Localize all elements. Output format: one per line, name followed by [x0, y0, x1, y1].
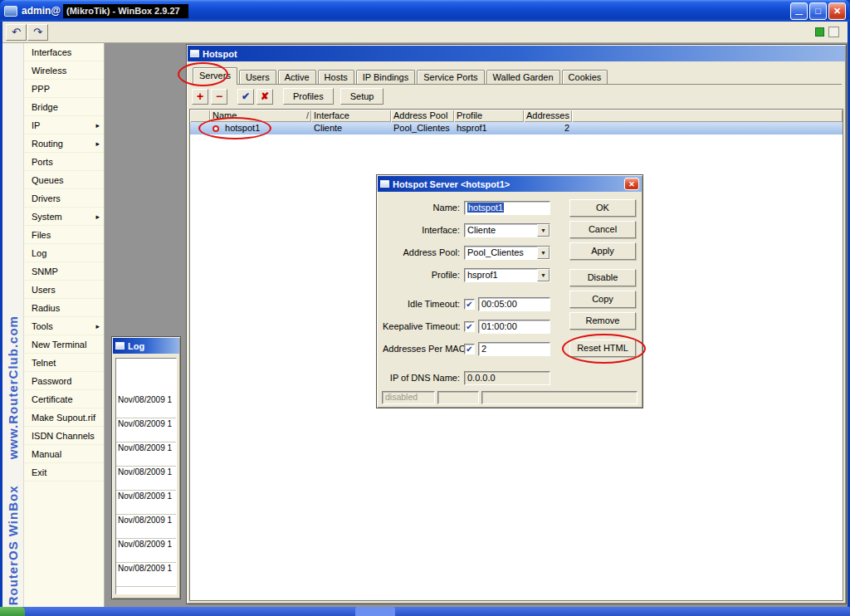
remove-button[interactable]: Remove [569, 312, 636, 330]
sidebar-item[interactable]: Files [24, 226, 104, 244]
hotspot-window-titlebar[interactable]: Hotspot [188, 46, 845, 61]
log-entry[interactable]: Nov/08/2009 1 [116, 515, 176, 539]
ip-of-dns-field[interactable]: 0.0.0.0 [464, 371, 550, 385]
sidebar-item[interactable]: Manual [24, 445, 104, 463]
tab-servers[interactable]: Servers [193, 67, 237, 85]
profile-select[interactable]: hsprof1 ▼ [464, 268, 550, 282]
profiles-button[interactable]: Profiles [283, 88, 334, 105]
sidebar-item-label: Interfaces [32, 47, 71, 57]
apply-button[interactable]: Apply [569, 242, 636, 260]
sidebar-item[interactable]: PPP [24, 80, 104, 98]
sidebar-item[interactable]: SNMP [24, 262, 104, 281]
column-header-flags[interactable] [190, 110, 210, 122]
sidebar-item[interactable]: New Terminal [24, 335, 104, 354]
add-button[interactable]: + [192, 89, 208, 105]
sidebar-item[interactable]: Ports [24, 153, 104, 171]
enable-button[interactable]: ✔ [237, 89, 254, 105]
close-button[interactable]: ✕ [828, 2, 846, 20]
log-entry[interactable]: Nov/08/2009 1 [116, 394, 176, 418]
table-header: Name / Interface Address Pool Profile Ad… [190, 110, 843, 122]
column-header-address-pool[interactable]: Address Pool [391, 110, 454, 122]
log-window-titlebar[interactable]: Log [113, 338, 179, 354]
tab-ip-bindings[interactable]: IP Bindings [356, 70, 415, 84]
undo-button[interactable]: ↶ [6, 24, 27, 41]
sidebar-item[interactable]: Radius [24, 299, 104, 317]
idle-timeout-field[interactable]: 00:05:00 [478, 297, 550, 311]
sidebar-item[interactable]: Certificate [24, 390, 104, 408]
sidebar-item[interactable]: Exit [24, 463, 104, 482]
sidebar-item-label: Bridge [32, 102, 58, 112]
column-header-profile[interactable]: Profile [454, 110, 524, 122]
log-entry[interactable]: Nov/08/2009 1 [116, 563, 176, 587]
close-icon: ✕ [628, 180, 635, 188]
interface-select[interactable]: Cliente ▼ [464, 223, 550, 237]
log-entry[interactable]: Nov/08/2009 1 [116, 539, 176, 563]
taskbar-item[interactable] [355, 607, 395, 616]
ok-button[interactable]: OK [569, 199, 636, 217]
dialog-close-button[interactable]: ✕ [624, 178, 639, 190]
log-entry[interactable]: Nov/08/2009 1 [116, 442, 176, 467]
column-header-addresses[interactable]: Addresses ... [524, 110, 572, 122]
name-field[interactable]: hotspot1 [464, 201, 550, 215]
profile-value: hsprof1 [465, 269, 537, 281]
log-window-body: Nov/08/2009 1 Nov/08/2009 1 Nov/08/2009 … [113, 354, 179, 598]
sidebar-item[interactable]: IP ▸ [24, 116, 104, 134]
log-entry[interactable]: Nov/08/2009 1 [116, 467, 176, 491]
log-entry[interactable]: Nov/08/2009 1 [116, 491, 176, 515]
dropdown-arrow-icon[interactable]: ▼ [537, 224, 550, 237]
setup-button[interactable]: Setup [340, 88, 384, 105]
table-row[interactable]: hotspot1 Cliente Pool_Clientes hsprof1 2 [190, 122, 843, 134]
start-button[interactable] [0, 607, 25, 616]
app-icon [4, 6, 17, 17]
sidebar-item-label: ISDN Channels [32, 431, 95, 441]
sidebar-item[interactable]: Make Supout.rif [24, 408, 104, 427]
ip-of-dns-label: IP of DNS Name: [383, 373, 464, 383]
sidebar-item[interactable]: Routing ▸ [24, 134, 104, 153]
sidebar-item-label: PPP [32, 84, 50, 94]
address-pool-select[interactable]: Pool_Clientes ▼ [464, 246, 550, 260]
maximize-button[interactable]: □ [809, 2, 827, 20]
sidebar-item[interactable]: Tools ▸ [24, 317, 104, 335]
sidebar-item-label: Drivers [32, 193, 61, 203]
tab-hosts[interactable]: Hosts [318, 70, 354, 84]
minimize-button[interactable]: — [790, 2, 808, 20]
addresses-per-mac-checkbox[interactable]: ✔ [464, 344, 475, 354]
dropdown-arrow-icon[interactable]: ▼ [537, 269, 550, 281]
disable-button[interactable]: Disable [569, 269, 636, 286]
tab-service-ports[interactable]: Service Ports [417, 70, 484, 84]
dropdown-arrow-icon[interactable]: ▼ [537, 247, 550, 259]
sidebar-item[interactable]: ISDN Channels [24, 427, 104, 445]
tab-cookies[interactable]: Cookies [562, 70, 608, 84]
column-header-name[interactable]: Name / [210, 110, 311, 122]
dialog-titlebar[interactable]: Hotspot Server <hotspot1> ✕ [378, 176, 642, 192]
addresses-per-mac-field[interactable]: 2 [478, 342, 550, 356]
tab-active[interactable]: Active [278, 70, 316, 84]
sidebar-item[interactable]: Users [24, 281, 104, 299]
idle-timeout-checkbox[interactable]: ✔ [464, 299, 475, 310]
keepalive-timeout-field[interactable]: 01:00:00 [478, 320, 550, 334]
sidebar-item[interactable]: Telnet [24, 354, 104, 372]
sidebar-item[interactable]: Wireless [24, 61, 104, 80]
sidebar-item[interactable]: Interfaces [24, 43, 104, 61]
disable-item-button[interactable]: ✘ [256, 89, 273, 105]
redo-button[interactable]: ↷ [27, 24, 48, 41]
sidebar-item[interactable]: Bridge [24, 98, 104, 116]
cancel-button[interactable]: Cancel [569, 221, 636, 238]
column-header-interface[interactable]: Interface [311, 110, 391, 122]
tab-users[interactable]: Users [239, 70, 276, 84]
window-icon [380, 180, 389, 188]
connection-status-icon [815, 27, 824, 37]
tab-walled-garden[interactable]: Walled Garden [486, 70, 560, 84]
taskbar [0, 607, 850, 616]
sidebar-item[interactable]: Log [24, 244, 104, 262]
reset-html-button[interactable]: Reset HTML [569, 340, 636, 357]
app-title-prefix: admin@ [22, 5, 61, 17]
remove-item-button[interactable]: − [211, 89, 227, 105]
keepalive-timeout-checkbox[interactable]: ✔ [464, 321, 475, 332]
copy-button[interactable]: Copy [569, 291, 636, 308]
sidebar-item[interactable]: Drivers [24, 189, 104, 208]
log-entry[interactable]: Nov/08/2009 1 [116, 418, 176, 442]
sidebar-item[interactable]: Password [24, 372, 104, 390]
sidebar-item[interactable]: System ▸ [24, 208, 104, 226]
sidebar-item[interactable]: Queues [24, 171, 104, 189]
